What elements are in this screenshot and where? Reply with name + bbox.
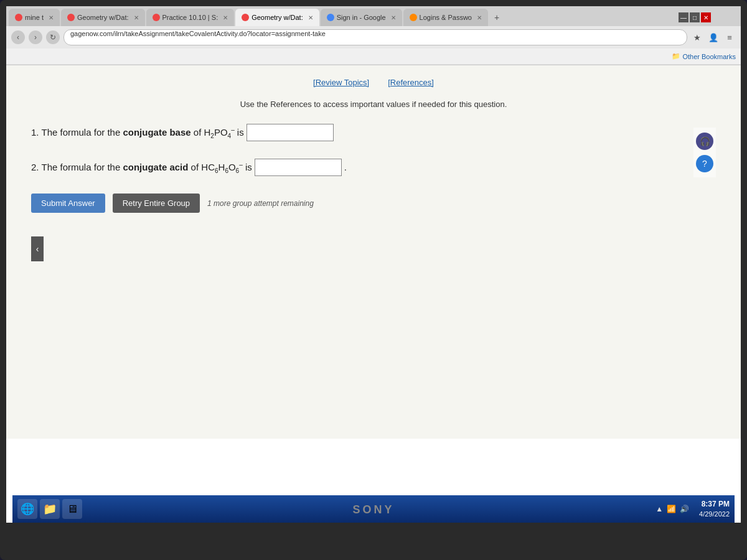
tab-geom1-icon bbox=[67, 14, 75, 21]
system-tray: ▲ 📶 🔊 bbox=[655, 505, 689, 513]
tab-bar: mine t ✕ Geometry w/Dat: ✕ Practice 10.1… bbox=[6, 6, 741, 26]
browser-chrome: — □ ✕ mine t ✕ Geometry w/Dat: ✕ P bbox=[6, 6, 741, 65]
tab-mine[interactable]: mine t ✕ bbox=[9, 9, 60, 26]
right-sidebar: 🎧 ? bbox=[693, 128, 716, 177]
review-topics-link[interactable]: [Review Topics] bbox=[313, 78, 369, 87]
tab-logins-icon bbox=[410, 14, 417, 21]
menu-icon[interactable]: ≡ bbox=[723, 31, 736, 44]
tab-practice[interactable]: Practice 10.10 | S: ✕ bbox=[146, 9, 235, 26]
address-field[interactable]: gagenow.com/ilrn/takeAssignment/takeCova… bbox=[63, 29, 687, 45]
left-nav-arrow[interactable]: ‹ bbox=[31, 236, 44, 261]
back-button[interactable]: ‹ bbox=[11, 30, 25, 44]
tab-geom1-label: Geometry w/Dat: bbox=[77, 14, 129, 21]
references-link[interactable]: [References] bbox=[388, 78, 434, 87]
tab-logins[interactable]: Logins & Passwo ✕ bbox=[403, 9, 488, 26]
taskbar-clock: 8:37 PM 4/29/2022 bbox=[699, 499, 730, 519]
submit-answer-button[interactable]: Submit Answer bbox=[31, 194, 105, 213]
tab-practice-label: Practice 10.10 | S: bbox=[162, 14, 218, 21]
browser-right-icons: ★ 👤 ≡ bbox=[691, 31, 736, 44]
question-icon[interactable]: ? bbox=[696, 155, 713, 172]
tab-practice-icon bbox=[153, 14, 160, 21]
bookmark-bar: 📁 Other Bookmarks bbox=[6, 49, 741, 65]
window-controls: — □ ✕ bbox=[679, 12, 711, 22]
tab-geom2-label: Geometry w/Dat: bbox=[251, 14, 303, 21]
tab-geom2[interactable]: Geometry w/Dat: ✕ bbox=[235, 9, 319, 26]
question-2-number: 2. bbox=[31, 162, 39, 172]
content-area: ‹ 🎧 ? [Review Topics] [References] Use t… bbox=[6, 65, 741, 439]
tab-google-label: Sign in - Google bbox=[337, 14, 386, 21]
question-2-answer-input[interactable] bbox=[255, 159, 342, 176]
tab-geom2-icon bbox=[242, 14, 249, 21]
taskbar-files-icon[interactable]: 📁 bbox=[40, 499, 60, 519]
taskbar-date: 4/29/2022 bbox=[699, 510, 730, 519]
tab-geom1[interactable]: Geometry w/Dat: ✕ bbox=[61, 9, 145, 26]
profile-icon[interactable]: 👤 bbox=[707, 31, 720, 44]
tab-mine-icon bbox=[15, 14, 22, 21]
question-1-number: 1. bbox=[31, 127, 39, 138]
tab-google[interactable]: Sign in - Google ✕ bbox=[321, 9, 402, 26]
reload-button[interactable]: ↻ bbox=[46, 30, 60, 44]
attempt-remaining-text: 1 more group attempt remaining bbox=[207, 199, 314, 208]
bookmark-folder-icon: 📁 bbox=[672, 52, 680, 60]
tab-google-icon bbox=[327, 14, 334, 21]
content-wrapper: ‹ 🎧 ? [Review Topics] [References] Use t… bbox=[31, 78, 716, 420]
screen: — □ ✕ mine t ✕ Geometry w/Dat: ✕ P bbox=[6, 6, 741, 523]
question-2-prefix: The formula for the conjugate acid of HC… bbox=[42, 161, 252, 174]
restore-button[interactable]: □ bbox=[690, 12, 700, 22]
tab-practice-close[interactable]: ✕ bbox=[223, 14, 228, 21]
question-1-prefix: The formula for the conjugate base of H2… bbox=[42, 126, 244, 139]
question-2-text: 2. The formula for the conjugate acid of… bbox=[31, 159, 716, 176]
new-tab-button[interactable]: + bbox=[489, 10, 504, 25]
tab-geom2-close[interactable]: ✕ bbox=[308, 14, 313, 21]
minimize-button[interactable]: — bbox=[679, 12, 688, 22]
tab-google-close[interactable]: ✕ bbox=[391, 14, 396, 21]
taskbar-time: 8:37 PM bbox=[699, 499, 730, 510]
instructions-text: Use the References to access important v… bbox=[31, 100, 716, 109]
retry-entire-group-button[interactable]: Retry Entire Group bbox=[113, 194, 200, 213]
question-1-text: 1. The formula for the conjugate base of… bbox=[31, 124, 716, 141]
question-2-block: 2. The formula for the conjugate acid of… bbox=[31, 159, 716, 176]
taskbar-app-icon[interactable]: 🖥 bbox=[62, 499, 82, 519]
monitor-bezel: — □ ✕ mine t ✕ Geometry w/Dat: ✕ P bbox=[0, 0, 747, 560]
tab-mine-close[interactable]: ✕ bbox=[49, 14, 54, 21]
tab-logins-close[interactable]: ✕ bbox=[477, 14, 482, 21]
signal-icon: 📶 bbox=[667, 505, 676, 513]
star-icon[interactable]: ★ bbox=[691, 31, 703, 44]
tab-mine-label: mine t bbox=[25, 14, 44, 21]
headset-icon[interactable]: 🎧 bbox=[696, 133, 713, 150]
address-bar-row: ‹ › ↻ gagenow.com/ilrn/takeAssignment/ta… bbox=[6, 26, 741, 49]
tab-geom1-close[interactable]: ✕ bbox=[134, 14, 139, 21]
sound-icon: 🔊 bbox=[680, 505, 689, 513]
brand-label: SONY bbox=[352, 503, 394, 516]
question-2-period: . bbox=[344, 162, 347, 172]
close-button[interactable]: ✕ bbox=[701, 12, 711, 22]
network-icon: ▲ bbox=[655, 505, 663, 513]
question-1-block: 1. The formula for the conjugate base of… bbox=[31, 124, 716, 141]
tab-logins-label: Logins & Passwo bbox=[420, 14, 472, 21]
buttons-row: Submit Answer Retry Entire Group 1 more … bbox=[31, 194, 716, 213]
links-row: [Review Topics] [References] bbox=[31, 78, 716, 92]
forward-button[interactable]: › bbox=[29, 30, 42, 44]
question-1-answer-input[interactable] bbox=[247, 124, 334, 141]
taskbar-chrome-icon[interactable]: 🌐 bbox=[17, 499, 37, 519]
other-bookmarks-link[interactable]: 📁 Other Bookmarks bbox=[672, 52, 736, 60]
